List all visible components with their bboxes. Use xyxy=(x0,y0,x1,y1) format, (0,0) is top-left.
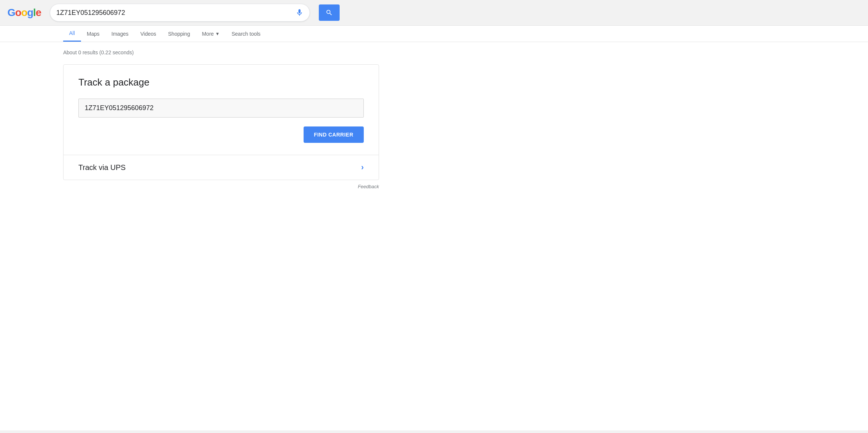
header: Google xyxy=(0,0,868,26)
google-logo[interactable]: Google xyxy=(7,7,41,19)
logo-letter-g2: g xyxy=(27,7,33,19)
results-summary: About 0 results (0.22 seconds) xyxy=(63,49,868,55)
logo-letter-o1: o xyxy=(15,7,21,19)
feedback-link[interactable]: Feedback xyxy=(358,184,379,189)
logo-letter-o2: o xyxy=(21,7,27,19)
track-ups-row[interactable]: Track via UPS › xyxy=(64,155,379,180)
find-carrier-row: FIND CARRIER xyxy=(78,126,364,143)
track-package-card: Track a package FIND CARRIER Track via U… xyxy=(63,64,379,180)
search-button[interactable] xyxy=(319,4,340,21)
nav-item-search-tools[interactable]: Search tools xyxy=(226,26,266,41)
dropdown-arrow-icon: ▼ xyxy=(215,31,220,36)
nav-item-shopping[interactable]: Shopping xyxy=(162,26,196,41)
nav-item-more[interactable]: More ▼ xyxy=(196,26,226,41)
feedback-row: Feedback xyxy=(63,180,379,190)
logo-letter-g: G xyxy=(7,7,15,19)
logo-letter-l: l xyxy=(33,7,36,19)
track-ups-label: Track via UPS xyxy=(78,163,126,172)
microphone-icon[interactable] xyxy=(295,7,304,18)
find-carrier-button[interactable]: FIND CARRIER xyxy=(304,126,364,143)
nav-item-videos[interactable]: Videos xyxy=(135,26,162,41)
main-content: About 0 results (0.22 seconds) Track a p… xyxy=(0,42,868,430)
track-package-title: Track a package xyxy=(78,77,364,88)
track-card-top: Track a package FIND CARRIER xyxy=(64,65,379,155)
chevron-right-icon: › xyxy=(361,163,364,172)
nav-item-all[interactable]: All xyxy=(63,26,81,42)
tracking-number-input[interactable] xyxy=(85,104,357,112)
tracking-input-wrapper xyxy=(78,99,364,118)
search-bar xyxy=(50,4,310,22)
search-input[interactable] xyxy=(56,9,292,17)
logo-letter-e: e xyxy=(36,7,41,19)
nav-item-maps[interactable]: Maps xyxy=(81,26,106,41)
nav-item-images[interactable]: Images xyxy=(106,26,135,41)
nav-bar: All Maps Images Videos Shopping More ▼ S… xyxy=(0,26,868,42)
